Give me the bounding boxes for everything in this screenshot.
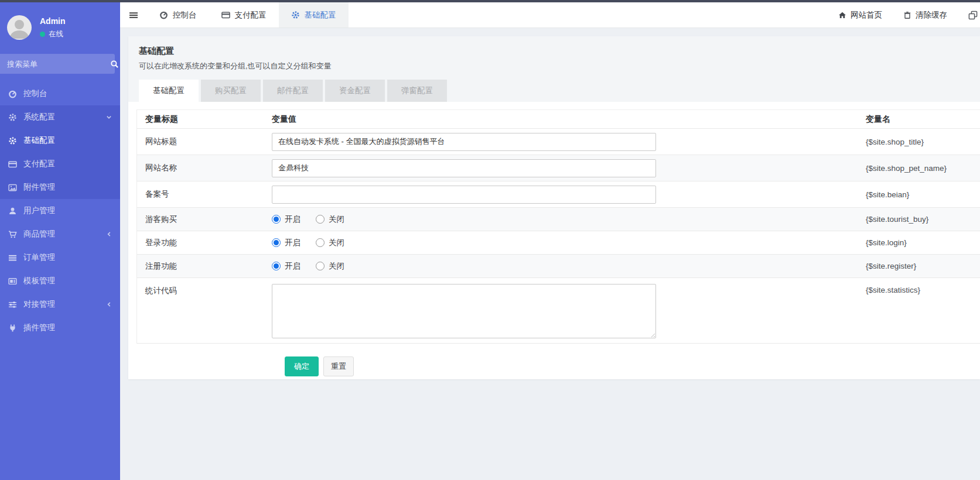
sidebar-item-console[interactable]: 控制台 bbox=[0, 82, 120, 105]
main-content: 基础配置 可以在此增改系统的变量和分组,也可以自定义分组和变量 基础配置 购买配… bbox=[120, 28, 980, 480]
image-icon bbox=[8, 183, 17, 192]
sidebar-item-label: 控制台 bbox=[23, 88, 47, 99]
site-home-link[interactable]: 网站首页 bbox=[838, 10, 882, 20]
sidebar-item-plugin-mgmt[interactable]: 插件管理 bbox=[0, 316, 120, 340]
hamburger-icon bbox=[129, 11, 138, 20]
row-label: 登录功能 bbox=[137, 238, 272, 248]
topbar: 控制台 支付配置 基础配置 网站首页 清除缓存 bbox=[120, 2, 980, 28]
sidebar-item-label: 支付配置 bbox=[23, 159, 55, 169]
sidebar-item-label: 对接管理 bbox=[23, 299, 55, 310]
chevron-left-icon bbox=[106, 301, 112, 307]
sidebar-item-label: 模板管理 bbox=[23, 276, 55, 286]
radio-option-off[interactable]: 关闭 bbox=[316, 238, 344, 248]
radio-option-on[interactable]: 开启 bbox=[272, 214, 301, 225]
radio-option-on[interactable]: 开启 bbox=[272, 261, 301, 272]
avatar[interactable] bbox=[7, 15, 32, 40]
config-tabs: 基础配置 购买配置 邮件配置 资金配置 弹窗配置 bbox=[139, 80, 969, 102]
sidebar-item-payment-config[interactable]: 支付配置 bbox=[0, 152, 120, 176]
radio-button[interactable] bbox=[316, 215, 325, 224]
gear-icon bbox=[8, 136, 17, 145]
table-row: 游客购买 开启 关闭 {$site.tourist_buy} bbox=[137, 208, 980, 231]
menu-search-input[interactable] bbox=[0, 60, 110, 68]
row-varname: {$site.shop_title} bbox=[866, 138, 980, 146]
table-row: 注册功能 开启 关闭 {$site.register} bbox=[137, 255, 980, 278]
topbar-tab-payment-config[interactable]: 支付配置 bbox=[209, 2, 279, 28]
radio-button[interactable] bbox=[272, 215, 281, 224]
radio-button[interactable] bbox=[272, 262, 281, 270]
row-varname: {$site.shop_pet_name} bbox=[866, 164, 980, 173]
col-header-varname: 变量名 bbox=[866, 114, 980, 125]
sidebar-item-system-config[interactable]: 系统配置 bbox=[0, 105, 120, 129]
row-label: 注册功能 bbox=[137, 261, 272, 272]
trash-icon bbox=[903, 11, 911, 19]
radio-option-off[interactable]: 关闭 bbox=[316, 261, 344, 272]
sidebar-item-basic-config[interactable]: 基础配置 bbox=[0, 129, 120, 152]
row-label: 网站名称 bbox=[137, 163, 272, 173]
site-title-input[interactable] bbox=[272, 133, 656, 151]
site-name-input[interactable] bbox=[272, 159, 656, 177]
tab-mail-config[interactable]: 邮件配置 bbox=[263, 80, 323, 102]
sidebar-item-label: 订单管理 bbox=[23, 252, 55, 263]
list-icon bbox=[8, 253, 17, 262]
radio-label: 开启 bbox=[285, 238, 301, 248]
radio-label: 关闭 bbox=[329, 238, 344, 248]
user-status: 在线 bbox=[40, 29, 66, 39]
icp-number-input[interactable] bbox=[272, 186, 656, 204]
topbar-tab-console[interactable]: 控制台 bbox=[147, 2, 209, 28]
gear-icon bbox=[291, 11, 300, 19]
reset-button[interactable]: 重置 bbox=[323, 356, 354, 376]
submit-button[interactable]: 确定 bbox=[285, 356, 319, 376]
sidebar-item-order-mgmt[interactable]: 订单管理 bbox=[0, 246, 120, 269]
statistics-code-textarea[interactable] bbox=[272, 284, 656, 338]
table-header-row: 变量标题 变量值 变量名 bbox=[137, 110, 980, 129]
table-row: 统计代码 {$site.statistics} bbox=[137, 278, 980, 344]
search-button[interactable] bbox=[110, 54, 119, 74]
radio-button[interactable] bbox=[316, 238, 325, 247]
radio-option-on[interactable]: 开启 bbox=[272, 238, 301, 248]
tab-popup-config[interactable]: 弹窗配置 bbox=[387, 80, 447, 102]
login-radio-group: 开启 关闭 bbox=[272, 238, 866, 248]
topbar-tab-basic-config[interactable]: 基础配置 bbox=[279, 2, 349, 28]
radio-label: 开启 bbox=[285, 214, 301, 225]
clear-cache-link[interactable]: 清除缓存 bbox=[903, 10, 947, 20]
sidebar-group-system: 系统配置 基础配置 支付配置 附件管理 bbox=[0, 105, 120, 199]
register-radio-group: 开启 关闭 bbox=[272, 261, 866, 272]
sidebar-item-label: 基础配置 bbox=[23, 135, 55, 146]
sidebar-item-label: 商品管理 bbox=[23, 229, 55, 239]
sidebar-item-attachment-mgmt[interactable]: 附件管理 bbox=[0, 176, 120, 199]
search-icon bbox=[110, 60, 119, 68]
radio-option-off[interactable]: 关闭 bbox=[316, 214, 344, 225]
sidebar-item-label: 系统配置 bbox=[23, 112, 55, 122]
sidebar-toggle-button[interactable] bbox=[120, 2, 147, 28]
sidebar-item-goods-mgmt[interactable]: 商品管理 bbox=[0, 222, 120, 246]
radio-label: 关闭 bbox=[329, 261, 344, 272]
tab-fund-config[interactable]: 资金配置 bbox=[325, 80, 385, 102]
sidebar-search bbox=[0, 54, 115, 74]
clone-icon[interactable] bbox=[968, 11, 978, 20]
sidebar-item-user-mgmt[interactable]: 用户管理 bbox=[0, 199, 120, 222]
table-row: 备案号 {$site.beian} bbox=[137, 181, 980, 208]
topbar-actions: 网站首页 清除缓存 bbox=[838, 10, 980, 20]
dashboard-icon bbox=[8, 90, 17, 98]
plug-icon bbox=[8, 324, 17, 332]
panel-body: 变量标题 变量值 变量名 网站标题 {$site.shop_title} 网站名… bbox=[128, 102, 980, 376]
tourist-buy-radio-group: 开启 关闭 bbox=[272, 214, 866, 225]
tab-basic-config[interactable]: 基础配置 bbox=[139, 80, 199, 102]
row-varname: {$site.login} bbox=[866, 238, 980, 247]
clear-cache-label: 清除缓存 bbox=[916, 10, 947, 20]
col-header-title: 变量标题 bbox=[137, 114, 272, 125]
row-varname: {$site.register} bbox=[866, 262, 980, 270]
user-icon bbox=[8, 207, 17, 215]
config-panel: 基础配置 可以在此增改系统的变量和分组,也可以自定义分组和变量 基础配置 购买配… bbox=[128, 36, 980, 379]
row-label: 统计代码 bbox=[137, 278, 272, 296]
sidebar-item-template-mgmt[interactable]: 模板管理 bbox=[0, 269, 120, 293]
page-title: 基础配置 bbox=[139, 46, 969, 57]
radio-button[interactable] bbox=[316, 262, 325, 270]
topbar-tab-label: 支付配置 bbox=[235, 10, 267, 20]
chevron-left-icon bbox=[106, 231, 112, 237]
row-varname: {$site.statistics} bbox=[866, 278, 980, 294]
window-top-strip bbox=[0, 0, 980, 2]
tab-buy-config[interactable]: 购买配置 bbox=[201, 80, 261, 102]
radio-button[interactable] bbox=[272, 238, 281, 247]
sidebar-item-connect-mgmt[interactable]: 对接管理 bbox=[0, 293, 120, 316]
